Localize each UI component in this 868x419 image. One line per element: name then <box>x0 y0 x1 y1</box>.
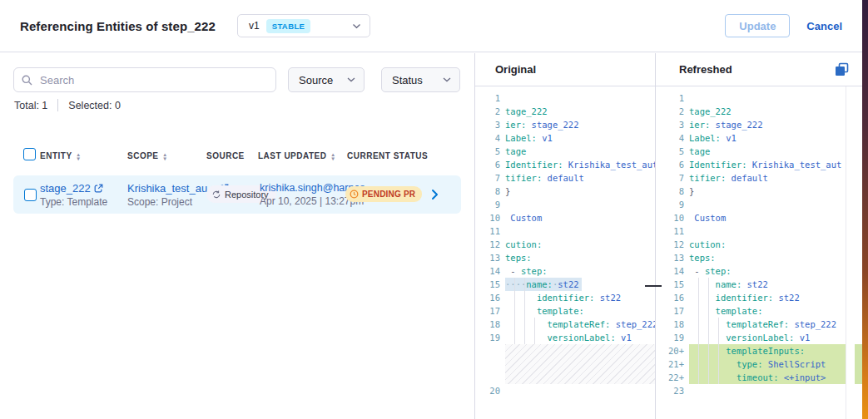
source-filter-select[interactable]: Source <box>288 67 365 92</box>
code-line: 3ier: stage_222 <box>475 118 655 131</box>
line-number: 18 <box>475 318 505 331</box>
line-number: 20 <box>475 384 505 397</box>
code-line: 8} <box>658 185 846 198</box>
line-number: 2 <box>475 105 505 118</box>
code-line: 5tage <box>475 145 655 158</box>
code-line: 1 <box>658 91 846 105</box>
collapsed-region-hatch <box>505 344 655 384</box>
select-all-checkbox[interactable] <box>23 148 36 160</box>
line-number: 20+ <box>658 344 689 357</box>
yaml-diff-panel: Original Refreshed 12tage_2223ier: stage… <box>474 53 863 419</box>
indent-guide <box>534 318 535 344</box>
row-checkbox[interactable] <box>24 189 37 201</box>
search-input[interactable] <box>38 73 268 87</box>
diff-split-divider <box>655 53 656 419</box>
diff-header: Original Refreshed <box>475 53 863 86</box>
line-number: 13 <box>658 251 689 264</box>
totals-row: Total: 1 Selected: 0 <box>14 99 121 111</box>
sort-icon[interactable]: ▴▾ <box>331 152 335 160</box>
code-line: 18templateRef: step_222 <box>658 318 846 331</box>
update-button[interactable]: Update <box>725 14 790 37</box>
copy-icon[interactable] <box>835 62 849 76</box>
code-line: 14- step: <box>658 264 846 278</box>
line-number: 11 <box>475 224 505 238</box>
code-line: 10Custom <box>475 211 655 224</box>
code-line: 22+timeout: <+input> <box>658 371 846 384</box>
version-select[interactable]: v1 STABLE <box>237 14 370 37</box>
sort-icon[interactable]: ▴▾ <box>164 152 167 160</box>
line-number: 12 <box>658 238 689 251</box>
code-line: 11 <box>658 224 846 238</box>
code-line: 17template: <box>475 304 655 318</box>
line-number: 18 <box>658 318 689 331</box>
code-line: 10Custom <box>658 211 846 224</box>
search-box[interactable] <box>13 67 276 92</box>
line-number: 4 <box>658 131 689 145</box>
code-line: 12cution: <box>475 238 655 251</box>
overview-ruler[interactable] <box>846 86 864 419</box>
cancel-button[interactable]: Cancel <box>806 20 842 32</box>
line-number: 1 <box>658 91 689 105</box>
code-line: 4Label: v1 <box>475 131 655 145</box>
indent-guide <box>698 278 699 384</box>
line-number: 6 <box>475 158 505 171</box>
repository-icon <box>211 190 221 200</box>
line-number: 2 <box>658 105 689 118</box>
line-number: 14 <box>658 264 689 278</box>
stable-badge: STABLE <box>266 19 311 33</box>
line-number: 8 <box>475 185 505 198</box>
code-line: 9 <box>658 198 846 211</box>
code-line: 13teps: <box>658 251 846 264</box>
entity-link[interactable]: stage_222 <box>40 182 91 195</box>
indent-guide <box>718 318 719 384</box>
total-count: Total: 1 <box>14 100 47 111</box>
chevron-down-icon <box>347 77 355 82</box>
line-number: 5 <box>658 145 689 158</box>
column-header-scope: SCOPE ▴▾ <box>127 151 166 160</box>
indent-guide <box>514 278 515 344</box>
column-header-last-updated: LAST UPDATED ▴▾ <box>258 151 335 160</box>
code-line: 7tifier: default <box>658 171 846 185</box>
code-line: 2tage_222 <box>658 105 846 118</box>
selected-count: Selected: 0 <box>68 100 121 111</box>
code-line: 11 <box>475 224 655 238</box>
code-line: 16identifier: st22 <box>658 291 846 304</box>
code-line: 14- step: <box>475 264 655 278</box>
totals-divider <box>57 99 58 111</box>
sort-icon[interactable]: ▴▾ <box>77 152 81 160</box>
code-line: 5tage <box>658 145 846 158</box>
line-number: 17 <box>658 304 689 318</box>
status-filter-select[interactable]: Status <box>381 67 460 92</box>
diff-center-marker <box>645 285 662 287</box>
clock-icon <box>350 190 359 199</box>
original-code-editor[interactable]: 12tage_2223ier: stage_2224Label: v15tage… <box>475 86 655 419</box>
line-number: 17 <box>475 304 505 318</box>
line-number: 7 <box>658 171 689 185</box>
search-icon <box>22 75 32 86</box>
chevron-right-icon[interactable] <box>431 189 439 200</box>
code-line: 7tifier: default <box>475 171 655 185</box>
top-header-bar: Referencing Entities of step_222 v1 STAB… <box>0 0 862 52</box>
chevron-down-icon <box>352 23 361 29</box>
code-line: 6Identifier: Krishika_test_aut <box>475 158 655 171</box>
code-line: 6Identifier: Krishika_test_aut <box>658 158 846 171</box>
refreshed-pane-title: Refreshed <box>679 63 732 76</box>
entity-type: Type: Template <box>40 196 107 208</box>
code-line: 13teps: <box>475 251 655 264</box>
table-row[interactable]: stage_222 Type: Template Krishika_test_a… <box>13 175 461 214</box>
external-link-icon[interactable] <box>94 184 103 193</box>
status-filter-label: Status <box>392 74 423 86</box>
line-number: 10 <box>475 211 505 224</box>
refreshed-code-editor[interactable]: 12tage_2223ier: stage_2224Label: v15tage… <box>658 86 846 419</box>
code-line: 23 <box>658 384 846 397</box>
status-badge-label: PENDING PR <box>362 190 415 199</box>
code-line: 9 <box>475 198 655 211</box>
line-number: 8 <box>658 185 689 198</box>
line-number: 3 <box>475 118 505 131</box>
line-number: 13 <box>475 251 505 264</box>
code-line: 19versionLabel: v1 <box>658 331 846 344</box>
code-line: 4Label: v1 <box>658 131 846 145</box>
scope-link[interactable]: Krishika_test_au... <box>127 182 216 195</box>
line-number: 19 <box>658 331 689 344</box>
column-header-entity: ENTITY ▴▾ <box>40 151 80 160</box>
